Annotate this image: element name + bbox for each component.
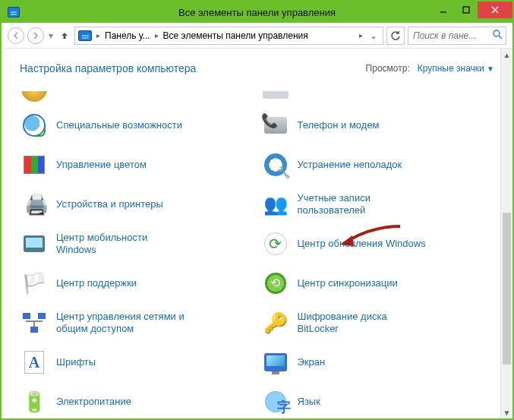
cp-item-action-center[interactable]: 🏳️Центр поддержки (21, 270, 254, 296)
cp-item-windows-update[interactable]: ⟳Центр обновления Windows (263, 231, 495, 257)
power-options-icon: 🔋 (21, 389, 47, 415)
cp-item-label: Устранение неполадок (298, 159, 402, 171)
view-label: Просмотр: (366, 63, 410, 74)
svg-rect-1 (463, 7, 469, 13)
cp-item-bitlocker[interactable]: 🔑Шифрование диска BitLocker (263, 310, 495, 336)
scroll-up-icon[interactable]: ▲ (501, 49, 512, 61)
navbar: ▾ ▸ Панель у... ▸ Все элементы панели уп… (2, 23, 512, 49)
search-box[interactable] (408, 27, 506, 45)
cp-item-mobility-center[interactable]: Центр мобильности Windows (21, 231, 254, 257)
chevron-right-icon[interactable]: ▸ (358, 31, 364, 39)
cp-item-sync-center[interactable]: ⟲Центр синхронизации (263, 270, 495, 296)
cp-item-power-options[interactable]: 🔋Электропитание (21, 389, 254, 415)
cp-item-devices-printers[interactable]: 🖨️Устройства и принтеры (21, 191, 254, 217)
control-panel-icon (8, 7, 20, 17)
chevron-right-icon[interactable]: ▸ (153, 31, 160, 39)
search-input[interactable] (412, 30, 490, 42)
view-dropdown[interactable]: Крупные значки ▼ (418, 63, 494, 74)
vertical-scrollbar[interactable]: ▲ ▼ (500, 49, 512, 418)
scrollbar-thumb[interactable] (503, 213, 511, 365)
fonts-icon: A (21, 349, 47, 375)
sync-center-icon: ⟲ (263, 270, 289, 296)
cp-item-color-management[interactable]: Управление цветом (21, 152, 254, 178)
cp-item-ease-of-access[interactable]: Специальные возможности (21, 112, 254, 138)
items-viewport: Специальные возможностиТелефон и модемУп… (2, 91, 500, 418)
cp-item-phone-modem[interactable]: Телефон и модем (263, 112, 495, 138)
cp-item-label: Специальные возможности (56, 119, 182, 131)
content-area: Настройка параметров компьютера Просмотр… (2, 49, 512, 418)
window-controls (432, 2, 512, 18)
ease-of-access-icon (21, 112, 47, 138)
cp-item-label: Центр поддержки (56, 277, 137, 289)
phone-modem-icon (263, 112, 289, 138)
breadcrumb-root[interactable]: Панель у... (105, 30, 150, 41)
cp-item-label: Экран (298, 356, 326, 368)
cp-item-language[interactable]: Язык (263, 389, 495, 415)
cp-item-label: Язык (298, 396, 320, 408)
items-grid: Специальные возможностиТелефон и модемУп… (21, 112, 494, 415)
language-icon (263, 389, 289, 415)
cp-item-display[interactable]: Экран (263, 349, 495, 375)
breadcrumb-current[interactable]: Все элементы панели управления (163, 30, 355, 41)
up-button[interactable] (58, 29, 71, 43)
cp-item-label: Центр управления сетями и общим доступом (56, 311, 185, 336)
cp-item-label: Шрифты (56, 356, 96, 368)
svg-line-5 (499, 36, 502, 39)
cp-item-user-accounts[interactable]: 👥Учетные записи пользователей (263, 191, 495, 217)
breadcrumb-dropdown[interactable]: ⌄ (367, 30, 380, 41)
cp-item-label: Учетные записи пользователей (298, 192, 427, 217)
view-controls: Просмотр: Крупные значки ▼ (366, 63, 494, 74)
back-button[interactable] (8, 27, 24, 44)
forward-button[interactable] (27, 27, 44, 44)
breadcrumb[interactable]: ▸ Панель у... ▸ Все элементы панели упра… (74, 27, 383, 45)
troubleshooting-icon (263, 152, 289, 178)
history-dropdown[interactable]: ▾ (47, 30, 55, 41)
close-button[interactable] (478, 2, 512, 18)
mobility-center-icon (21, 231, 47, 257)
partial-item-right[interactable] (263, 91, 289, 102)
cp-item-label: Электропитание (56, 396, 131, 408)
maximize-button[interactable] (455, 2, 478, 18)
cp-item-label: Шифрование диска BitLocker (298, 311, 427, 336)
control-panel-icon (78, 30, 92, 41)
cp-item-fonts[interactable]: AШрифты (21, 349, 254, 375)
page-header: Настройка параметров компьютера Просмотр… (2, 49, 512, 84)
titlebar: Все элементы панели управления (2, 2, 512, 23)
partial-row (21, 91, 494, 102)
cp-item-troubleshooting[interactable]: Устранение неполадок (263, 152, 495, 178)
cp-item-label: Центр мобильности Windows (56, 232, 185, 257)
svg-point-4 (494, 30, 500, 36)
cp-item-network-sharing[interactable]: Центр управления сетями и общим доступом (21, 310, 254, 336)
page-title: Настройка параметров компьютера (20, 62, 196, 74)
cp-item-label: Устройства и принтеры (56, 198, 163, 210)
chevron-right-icon[interactable]: ▸ (95, 31, 102, 39)
scroll-down-icon[interactable]: ▼ (501, 406, 512, 418)
view-value: Крупные значки (418, 63, 484, 74)
bitlocker-icon: 🔑 (263, 310, 289, 336)
cp-item-label: Телефон и модем (298, 119, 380, 131)
minimize-button[interactable] (432, 2, 455, 18)
refresh-button[interactable] (386, 27, 405, 45)
devices-printers-icon: 🖨️ (21, 191, 47, 217)
cp-item-label: Центр обновления Windows (298, 238, 426, 250)
partial-item-left[interactable] (21, 91, 47, 102)
search-icon (493, 30, 503, 42)
action-center-icon: 🏳️ (21, 270, 47, 296)
cp-item-label: Центр синхронизации (298, 277, 398, 289)
color-management-icon (21, 152, 47, 178)
windows-update-icon: ⟳ (263, 231, 289, 257)
user-accounts-icon: 👥 (263, 191, 289, 217)
chevron-down-icon: ▼ (487, 65, 494, 73)
display-icon (263, 349, 289, 375)
network-sharing-icon (21, 310, 47, 336)
cp-item-label: Управление цветом (56, 159, 147, 171)
